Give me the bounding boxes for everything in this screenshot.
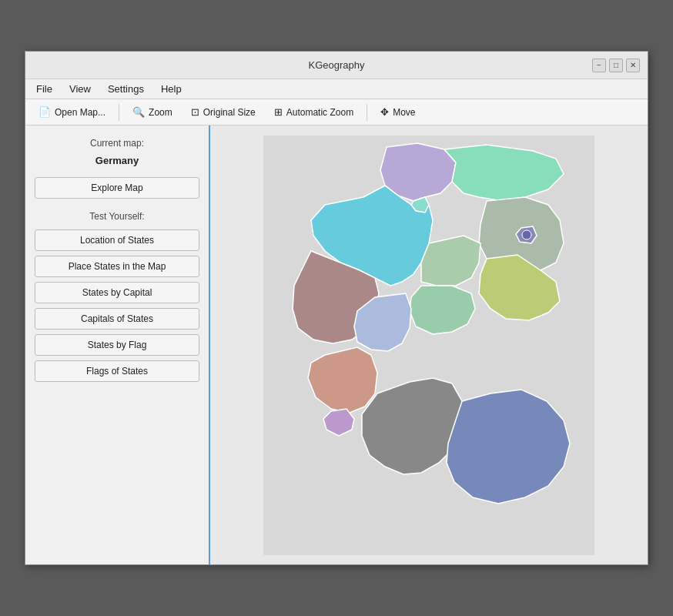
zoom-icon: 🔍 [132, 106, 145, 118]
open-map-icon: 📄 [39, 106, 51, 118]
original-size-button[interactable]: ⊡ Original Size [182, 102, 264, 122]
map-area [210, 126, 648, 564]
states-by-flag-button[interactable]: States by Flag [35, 334, 199, 356]
move-button[interactable]: ✥ Move [372, 102, 424, 122]
main-window: KGeography − □ ✕ File View Settings Help… [25, 51, 648, 565]
open-map-button[interactable]: 📄 Open Map... [30, 102, 114, 122]
menu-bar: File View Settings Help [25, 79, 648, 99]
automatic-zoom-button[interactable]: ⊞ Automatic Zoom [266, 102, 362, 122]
automatic-zoom-icon: ⊞ [274, 106, 283, 118]
current-map-label: Current map: [35, 138, 199, 149]
toolbar-separator-1 [119, 104, 119, 121]
capitals-of-states-button[interactable]: Capitals of States [35, 308, 199, 330]
explore-map-button[interactable]: Explore Map [35, 177, 199, 199]
toolbar-separator-2 [367, 104, 367, 121]
maximize-button[interactable]: □ [609, 59, 623, 72]
sidebar: Current map: Germany Explore Map Test Yo… [25, 126, 210, 564]
place-states-button[interactable]: Place States in the Map [35, 256, 199, 277]
move-icon: ✥ [380, 106, 389, 118]
svg-point-1 [522, 230, 531, 239]
menu-file[interactable]: File [28, 81, 60, 97]
window-controls: − □ ✕ [592, 59, 640, 72]
original-size-icon: ⊡ [191, 106, 199, 118]
menu-view[interactable]: View [62, 81, 99, 97]
map-container [263, 136, 594, 555]
germany-map-svg[interactable] [263, 136, 594, 555]
close-button[interactable]: ✕ [626, 59, 640, 72]
minimize-button[interactable]: − [592, 59, 606, 72]
toolbar: 📄 Open Map... 🔍 Zoom ⊡ Original Size ⊞ A… [25, 99, 648, 126]
window-title: KGeography [309, 59, 365, 71]
content-area: Current map: Germany Explore Map Test Yo… [25, 126, 648, 564]
states-by-capital-button[interactable]: States by Capital [35, 282, 199, 303]
location-of-states-button[interactable]: Location of States [35, 229, 199, 251]
menu-settings[interactable]: Settings [100, 81, 152, 97]
test-yourself-label: Test Yourself: [35, 211, 199, 222]
flags-of-states-button[interactable]: Flags of States [35, 360, 199, 382]
current-map-value: Germany [35, 155, 199, 166]
menu-help[interactable]: Help [153, 81, 189, 97]
zoom-button[interactable]: 🔍 Zoom [124, 102, 181, 122]
title-bar: KGeography − □ ✕ [25, 52, 648, 79]
svg-rect-0 [263, 136, 594, 555]
